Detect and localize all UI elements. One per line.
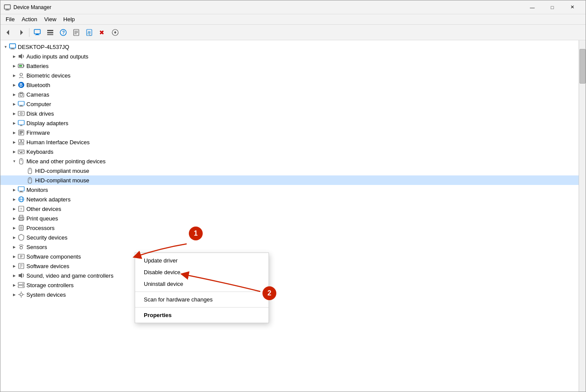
ctx-uninstall-device[interactable]: Uninstall device (135, 278, 269, 290)
tree-item-cameras[interactable]: ▶ Cameras (0, 90, 579, 99)
tree-item-audio[interactable]: ▶ Audio inputs and outputs (0, 52, 579, 61)
security-expander[interactable]: ▶ (11, 234, 18, 241)
svg-rect-51 (22, 139, 24, 143)
tree-item-mouse2[interactable]: ▶ HID-compliant mouse (0, 175, 579, 185)
tree-item-mice[interactable]: ▼ Mice and other pointing devices (0, 156, 579, 166)
tree-item-bluetooth[interactable]: ▶ B Bluetooth (0, 80, 579, 90)
list-view-button[interactable] (44, 26, 56, 39)
network-expander[interactable]: ▶ (11, 196, 18, 203)
remove-button[interactable]: ✖ (96, 26, 108, 39)
tree-item-monitors[interactable]: ▶ Monitors (0, 185, 579, 194)
storage-label: Storage controllers (26, 282, 74, 288)
disk-expander[interactable]: ▶ (11, 110, 18, 117)
processors-expander[interactable]: ▶ (11, 224, 18, 231)
tree-item-sound[interactable]: ▶ Sound, video and game controllers (0, 271, 579, 280)
sensors-label: Sensors (26, 244, 47, 250)
ctx-sep-1 (135, 292, 269, 292)
maximize-button[interactable]: □ (542, 0, 562, 14)
forward-button[interactable] (15, 26, 27, 39)
tree-item-mouse1[interactable]: ▶ HID-compliant mouse (0, 166, 579, 175)
tree-item-hid[interactable]: ▶ Human Interface Devices (0, 137, 579, 147)
ctx-disable-device[interactable]: Disable device (135, 266, 269, 278)
svg-rect-73 (20, 227, 23, 229)
tree-item-computer[interactable]: ▶ Computer (0, 99, 579, 109)
tree-item-sensors[interactable]: ▶ Sensors (0, 242, 579, 252)
display-expander[interactable]: ▶ (11, 120, 18, 126)
menu-view[interactable]: View (41, 15, 60, 23)
mice-label: Mice and other pointing devices (26, 158, 106, 165)
svg-rect-57 (20, 152, 23, 153)
tree-item-system[interactable]: ▶ System devices (0, 290, 579, 299)
tree-item-storage[interactable]: ▶ Storage controllers (0, 280, 579, 290)
properties-button[interactable] (70, 26, 82, 39)
system-expander[interactable]: ▶ (11, 291, 18, 298)
update-button[interactable] (109, 26, 121, 39)
monitors-label: Monitors (26, 187, 48, 193)
svg-rect-26 (10, 49, 15, 49)
tree-item-software-components[interactable]: ▶ Software components (0, 252, 579, 261)
ctx-properties[interactable]: Properties (135, 309, 269, 321)
tree-root[interactable]: ▼ DESKTOP-4L537JQ (0, 42, 579, 52)
mice-expander[interactable]: ▼ (11, 158, 18, 165)
ctx-update-driver[interactable]: Update driver (135, 255, 269, 266)
keyboards-expander[interactable]: ▶ (11, 148, 18, 155)
svg-rect-0 (4, 5, 10, 9)
scan-button[interactable]: 🔍 (83, 26, 95, 39)
tree-item-batteries[interactable]: ▶ Batteries (0, 61, 579, 71)
device-tree[interactable]: ▼ DESKTOP-4L537JQ ▶ (0, 40, 579, 392)
tree-item-network[interactable]: ▶ Network adapters (0, 194, 579, 204)
bluetooth-expander[interactable]: ▶ (11, 81, 18, 88)
toolbar-sep-1 (29, 28, 29, 37)
ctx-scan-hardware[interactable]: Scan for hardware changes (135, 294, 269, 305)
sensors-expander[interactable]: ▶ (11, 243, 18, 250)
print-expander[interactable]: ▶ (11, 215, 18, 222)
firmware-expander[interactable]: ▶ (11, 129, 18, 136)
firmware-icon (18, 129, 25, 136)
storage-expander[interactable]: ▶ (11, 282, 18, 288)
svg-rect-55 (21, 151, 22, 152)
tree-item-print[interactable]: ▶ Print queues (0, 214, 579, 223)
tree-item-disk[interactable]: ▶ Disk drives (0, 109, 579, 118)
monitors-expander[interactable]: ▶ (11, 186, 18, 193)
close-button[interactable]: ✕ (562, 0, 582, 14)
tree-item-software-devices[interactable]: ▶ Software devices (0, 261, 579, 271)
hid-expander[interactable]: ▶ (11, 139, 18, 146)
sw-devices-expander[interactable]: ▶ (11, 262, 18, 269)
minimize-button[interactable]: — (522, 0, 542, 14)
svg-marker-89 (19, 273, 22, 278)
other-expander[interactable]: ▶ (11, 205, 18, 212)
root-icon (9, 43, 16, 50)
tree-item-keyboards[interactable]: ▶ Keyboards (0, 147, 579, 156)
scrollbar[interactable] (579, 40, 586, 392)
batteries-expander[interactable]: ▶ (11, 62, 18, 69)
help-button[interactable]: ? (57, 26, 69, 39)
scrollbar-thumb[interactable] (580, 49, 586, 84)
sound-expander[interactable]: ▶ (11, 272, 18, 279)
tree-item-display[interactable]: ▶ Display adapters (0, 118, 579, 128)
sw-components-expander[interactable]: ▶ (11, 253, 18, 260)
batteries-icon (18, 62, 25, 69)
device-manager-button[interactable] (31, 26, 43, 39)
mouse2-label: HID-compliant mouse (35, 177, 89, 184)
menu-action[interactable]: Action (18, 15, 41, 23)
menu-file[interactable]: File (2, 15, 18, 23)
svg-rect-52 (19, 143, 24, 145)
menu-help[interactable]: Help (60, 15, 78, 23)
audio-expander[interactable]: ▶ (11, 53, 18, 60)
svg-rect-56 (23, 151, 23, 152)
svg-rect-1 (6, 9, 9, 10)
tree-item-processors[interactable]: ▶ Processors (0, 223, 579, 233)
computer-expander[interactable]: ▶ (11, 100, 18, 107)
root-label: DESKTOP-4L537JQ (18, 44, 69, 50)
root-expander[interactable]: ▼ (2, 43, 9, 50)
cameras-expander[interactable]: ▶ (11, 91, 18, 98)
network-label: Network adapters (26, 196, 71, 203)
monitors-icon (18, 186, 25, 193)
tree-item-other[interactable]: ▶ ? Other devices (0, 204, 579, 214)
keyboards-icon (18, 148, 25, 155)
biometric-expander[interactable]: ▶ (11, 72, 18, 79)
back-button[interactable] (2, 26, 14, 39)
tree-item-firmware[interactable]: ▶ Firmware (0, 128, 579, 137)
tree-item-security[interactable]: ▶ Security devices (0, 233, 579, 242)
tree-item-biometric[interactable]: ▶ Biometric devices (0, 71, 579, 80)
